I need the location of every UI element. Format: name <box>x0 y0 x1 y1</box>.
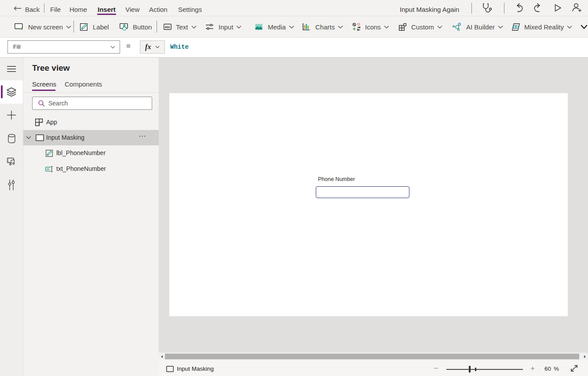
svg-text:Abc: Abc <box>165 25 171 29</box>
